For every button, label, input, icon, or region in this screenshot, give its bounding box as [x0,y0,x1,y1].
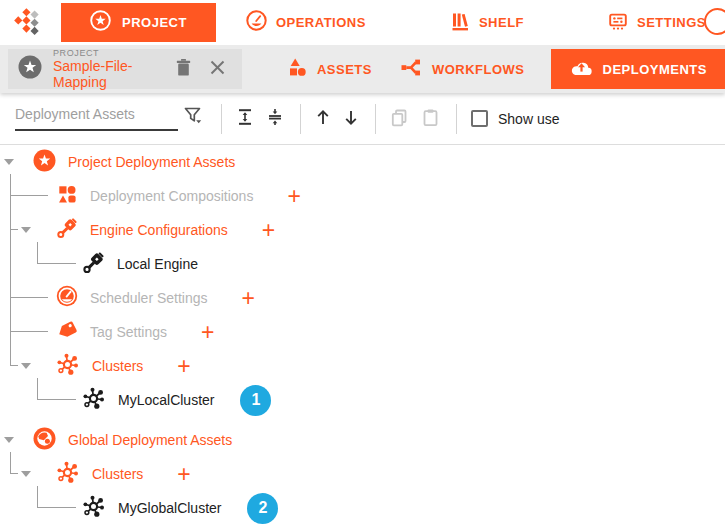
star-circle-icon [90,10,111,35]
filter-field [15,106,207,131]
add-global-cluster-button[interactable]: + [177,464,190,484]
top-nav-bar: PROJECT OPERATIONS SHELF [0,0,725,45]
tree-label: Engine Configurations [90,222,228,238]
app-logo-icon[interactable] [13,7,41,39]
collapse-triangle-icon[interactable] [21,363,31,369]
star-circle-icon [33,149,56,176]
tree-label: MyGlobalCluster [118,500,221,516]
piston-icon [56,217,78,243]
collapse-triangle-icon[interactable] [4,159,14,165]
copy-icon [390,108,409,130]
callout-badge-1: 1 [240,385,271,416]
tree-row-global-deployment-assets[interactable]: Global Deployment Assets [0,423,725,457]
close-icon [209,59,226,79]
tree-label: Local Engine [117,256,198,272]
tree-label: Project Deployment Assets [68,154,235,170]
add-deployment-composition-button[interactable]: + [287,186,300,206]
project-card[interactable]: PROJECT Sample-File-Mapping [8,49,242,89]
cluster-icon [82,494,106,522]
tree-row-tag-settings[interactable]: Tag Settings + [0,315,725,349]
show-use-checkbox[interactable] [471,110,488,127]
collapse-all-button[interactable] [264,106,286,131]
nav-settings-label: SETTINGS [637,15,706,30]
paste-button[interactable] [419,106,442,132]
nav-operations-label: OPERATIONS [276,15,366,30]
project-card-text: PROJECT Sample-File-Mapping [53,48,157,91]
tree-row-project-deployment-assets[interactable]: Project Deployment Assets [0,145,725,179]
nav-project-button[interactable]: PROJECT [61,3,216,42]
filter-menu-button[interactable] [179,102,207,133]
tree-row-engine-configurations[interactable]: Engine Configurations + [0,213,725,247]
tree-label: Scheduler Settings [90,290,208,306]
project-type-label: PROJECT [53,48,157,58]
tree-label: MyLocalCluster [118,392,214,408]
asset-filter-input[interactable] [15,106,178,131]
tag-icon [56,319,78,345]
add-engine-configuration-button[interactable]: + [262,220,275,240]
tab-deployments[interactable]: DEPLOYMENTS [551,49,725,89]
collapse-triangle-icon[interactable] [4,437,14,443]
toolbar-divider [375,104,376,134]
tree-row-clusters[interactable]: Clusters + [0,349,725,383]
tree-row-local-engine[interactable]: Local Engine [0,247,725,281]
tree-row-myglobalcluster[interactable]: MyGlobalCluster 2 [0,491,725,525]
toolbar-divider [221,104,222,134]
tab-assets[interactable]: ASSETS [272,49,386,89]
collapse-triangle-icon[interactable] [21,471,31,477]
nav-shelf-button[interactable]: SHELF [450,11,524,35]
help-icon[interactable] [704,8,725,35]
tree-row-mylocalcluster[interactable]: MyLocalCluster 1 [0,383,725,417]
asset-toolbar: Show use [0,93,725,145]
cloud-upload-icon [569,59,594,80]
tree-row-scheduler-settings[interactable]: Scheduler Settings + [0,281,725,315]
move-up-button[interactable] [313,107,333,131]
tree-row-global-clusters[interactable]: Clusters + [0,457,725,491]
arrow-down-icon [343,109,359,129]
expand-all-button[interactable] [234,106,256,131]
toolbar-divider [300,104,301,134]
nav-settings-button[interactable]: SETTINGS [608,11,706,35]
nav-shelf-label: SHELF [479,15,524,30]
books-icon [450,11,470,35]
callout-badge-2: 2 [247,493,278,524]
tree-row-deployment-compositions[interactable]: Deployment Compositions + [0,179,725,213]
add-cluster-button[interactable]: + [177,356,190,376]
tab-deployments-label: DEPLOYMENTS [603,62,707,77]
paste-icon [421,108,440,130]
tab-assets-label: ASSETS [317,62,372,77]
cluster-icon [56,460,80,488]
add-tag-setting-button[interactable]: + [201,322,214,342]
copy-button[interactable] [388,106,411,132]
expand-all-icon [236,108,254,129]
collapse-triangle-icon[interactable] [21,227,31,233]
project-star-icon [18,55,42,83]
close-project-button[interactable] [206,56,229,82]
funnel-icon [182,105,204,130]
tree-label: Deployment Compositions [90,188,253,204]
project-tabs: ASSETS WORKFLOWS DEPLOYMENT [272,49,725,89]
assets-icon [286,56,308,82]
compositions-icon [56,183,78,209]
deployment-assets-tree: Project Deployment Assets Deployment Com… [0,145,725,530]
tab-workflows-label: WORKFLOWS [432,62,525,77]
collapse-all-icon [266,108,284,129]
toolbar-divider [456,104,457,134]
gauge-icon [246,10,267,35]
move-down-button[interactable] [341,107,361,131]
add-scheduler-setting-button[interactable]: + [242,288,255,308]
tab-workflows[interactable]: WORKFLOWS [386,49,539,89]
show-use-label: Show use [498,111,559,127]
nav-project-label: PROJECT [122,15,187,30]
cluster-icon [82,386,106,414]
piston-icon [82,251,105,278]
workflows-icon [400,57,423,82]
arrow-up-icon [315,109,331,129]
nav-operations-button[interactable]: OPERATIONS [246,10,366,35]
project-name: Sample-File-Mapping [53,58,157,90]
delete-project-button[interactable] [172,55,195,83]
tree-label: Clusters [92,466,143,482]
globe-icon [33,427,56,454]
tree-label: Tag Settings [90,324,167,340]
gauge-icon [56,285,78,311]
project-bar: PROJECT Sample-File-Mapping [0,45,725,93]
